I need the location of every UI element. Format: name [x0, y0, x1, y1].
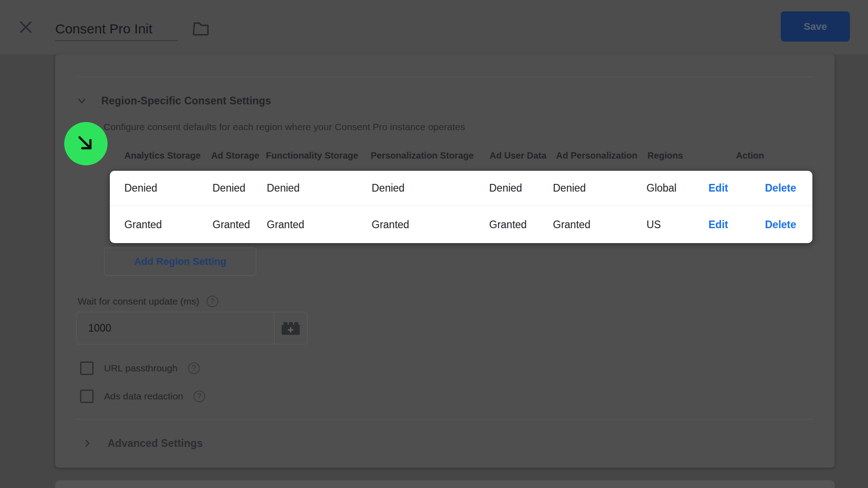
- folder-icon: [193, 20, 210, 36]
- delete-link[interactable]: Delete: [765, 182, 796, 194]
- top-bar: Consent Pro Init Save: [0, 0, 868, 54]
- consent-value-cell: Granted: [489, 218, 527, 230]
- divider: [76, 419, 814, 419]
- consent-value-cell: Granted: [372, 218, 409, 230]
- column-header: Regions: [647, 150, 683, 161]
- url-passthrough-checkbox[interactable]: [80, 361, 94, 375]
- consent-value-cell: Denied: [124, 182, 157, 194]
- column-header: Ad Personalization: [556, 150, 637, 161]
- close-button[interactable]: [18, 19, 33, 35]
- column-header: Analytics Storage: [124, 150, 201, 161]
- column-header: Ad User Data: [490, 150, 547, 161]
- advanced-settings-label: Advanced Settings: [108, 437, 203, 450]
- ads-data-redaction-row: Ads data redaction ?: [80, 389, 205, 404]
- table-row: DeniedDeniedDeniedDeniedDeniedDeniedGlob…: [110, 171, 812, 205]
- consent-value-cell: Granted: [553, 218, 590, 230]
- consent-value-cell: Denied: [489, 182, 522, 194]
- url-passthrough-row: URL passthrough ?: [80, 361, 200, 375]
- chevron-right-icon: [82, 438, 92, 448]
- chevron-down-icon: [76, 95, 88, 107]
- close-icon: [18, 19, 33, 35]
- region-cell: Global: [646, 182, 676, 194]
- consent-table-spotlight-panel: DeniedDeniedDeniedDeniedDeniedDeniedGlob…: [110, 171, 812, 243]
- edit-link[interactable]: Edit: [708, 182, 728, 194]
- region-settings-section-header[interactable]: Region-Specific Consent Settings: [76, 93, 271, 108]
- variable-brick-icon: [280, 320, 302, 336]
- consent-value-cell: Granted: [267, 218, 304, 230]
- consent-value-cell: Denied: [212, 182, 245, 194]
- add-region-setting-button[interactable]: Add Region Setting: [104, 248, 256, 276]
- ads-data-redaction-checkbox[interactable]: [80, 389, 94, 403]
- save-button[interactable]: Save: [781, 11, 850, 42]
- folder-button[interactable]: [193, 20, 210, 36]
- column-header: Action: [736, 150, 764, 161]
- consent-value-cell: Granted: [212, 218, 250, 230]
- help-icon[interactable]: ?: [193, 390, 205, 402]
- wait-for-consent-input[interactable]: 1000: [76, 312, 274, 344]
- url-passthrough-label: URL passthrough: [104, 363, 178, 374]
- section-description: Configure consent defaults for each regi…: [104, 122, 465, 132]
- advanced-settings-toggle[interactable]: Advanced Settings: [82, 436, 203, 450]
- tag-configuration-card: Region-Specific Consent Settings Configu…: [55, 54, 835, 468]
- help-icon[interactable]: ?: [188, 362, 200, 374]
- edit-link[interactable]: Edit: [708, 218, 728, 230]
- column-header: Ad Storage: [211, 150, 259, 161]
- wait-for-consent-label: Wait for consent update (ms): [78, 296, 199, 307]
- delete-link[interactable]: Delete: [765, 218, 796, 230]
- variable-picker-button[interactable]: [274, 312, 307, 344]
- wait-for-consent-label-row: Wait for consent update (ms) ?: [78, 296, 218, 307]
- section-title: Region-Specific Consent Settings: [101, 95, 271, 107]
- consent-value-cell: Denied: [553, 182, 586, 194]
- column-header: Personalization Storage: [371, 150, 474, 161]
- ads-data-redaction-label: Ads data redaction: [104, 391, 183, 402]
- help-icon[interactable]: ?: [207, 296, 218, 307]
- wait-for-consent-field: 1000: [76, 312, 307, 344]
- consent-value-cell: Granted: [124, 218, 162, 230]
- region-cell: US: [646, 218, 661, 230]
- table-row: GrantedGrantedGrantedGrantedGrantedGrant…: [110, 205, 812, 243]
- divider: [76, 77, 814, 77]
- consent-table-header-row: Analytics StorageAd StorageFunctionality…: [55, 150, 835, 163]
- consent-value-cell: Denied: [267, 182, 300, 194]
- next-card-edge: [55, 480, 835, 488]
- column-header: Functionality Storage: [266, 150, 358, 161]
- consent-value-cell: Denied: [372, 182, 405, 194]
- tag-name-input[interactable]: Consent Pro Init: [55, 17, 178, 41]
